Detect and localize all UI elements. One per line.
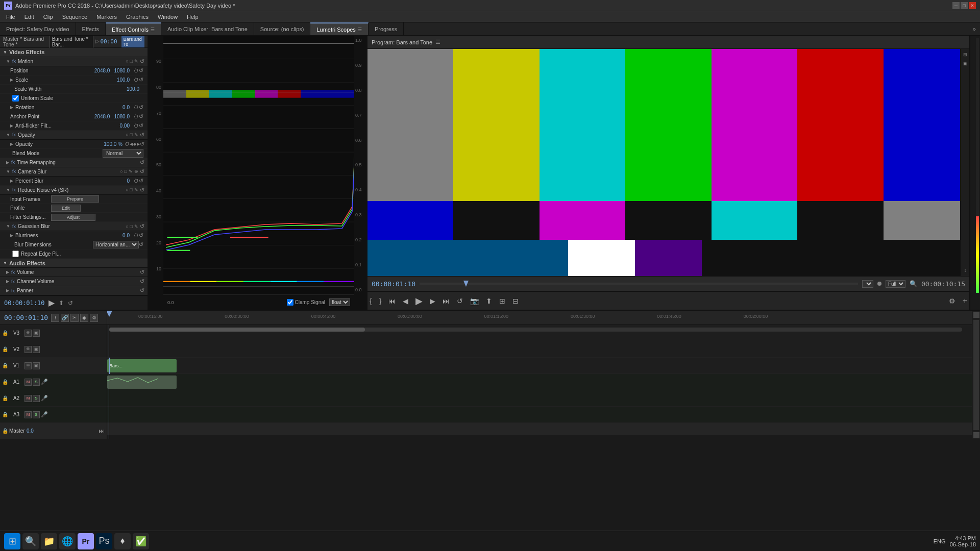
tl-settings-btn[interactable]: ⚙ bbox=[90, 314, 98, 322]
menu-file[interactable]: File bbox=[2, 13, 19, 21]
panels-expand-icon[interactable]: » bbox=[972, 26, 976, 33]
v3-eye-icon[interactable]: 👁 bbox=[24, 330, 32, 337]
video-effects-header[interactable]: ▼ Video Effects bbox=[0, 48, 148, 57]
blurriness-row[interactable]: ▶ Blurriness 0.0 ⏱ ↺ bbox=[0, 231, 148, 240]
position-row[interactable]: Position 2048.0 1080.0 ⏱ ↺ bbox=[0, 66, 148, 76]
anchor-point-value1[interactable]: 2048.0 bbox=[94, 114, 110, 119]
a3-solo[interactable]: S bbox=[33, 411, 40, 418]
menu-graphics[interactable]: Graphics bbox=[122, 13, 153, 21]
percent-blur-stopwatch[interactable]: ⏱ bbox=[134, 178, 139, 184]
v2-footage-icon[interactable]: ▣ bbox=[33, 346, 40, 353]
taskbar-search[interactable]: 🔍 bbox=[22, 533, 39, 549]
pm-step-frame-fwd[interactable]: ▶ bbox=[428, 296, 437, 306]
anti-flicker-stopwatch[interactable]: ⏱ bbox=[134, 123, 139, 129]
menu-edit[interactable]: Edit bbox=[20, 13, 38, 21]
a1-mute[interactable]: M bbox=[24, 379, 32, 386]
opacity-header[interactable]: ▼ fx Opacity ○ □ ✎ ↺ bbox=[0, 131, 148, 140]
position-reset[interactable]: ↺ bbox=[139, 67, 143, 74]
blurriness-value[interactable]: 0.0 bbox=[122, 233, 130, 238]
blur-dimensions-reset[interactable]: ↺ bbox=[139, 241, 143, 248]
position-stopwatch[interactable]: ⏱ bbox=[134, 68, 139, 73]
a3-mute[interactable]: M bbox=[24, 411, 32, 418]
prepare-button[interactable]: Prepare bbox=[51, 195, 99, 203]
audio-effects-header[interactable]: ▼ Audio Effects bbox=[0, 259, 148, 268]
pm-overwrite[interactable]: ⊟ bbox=[510, 296, 521, 306]
v2-lock-icon[interactable]: 🔒 bbox=[2, 346, 8, 352]
motion-reset-icon[interactable]: ↺ bbox=[140, 58, 144, 65]
pm-zoom-icon2[interactable]: 🔍 bbox=[910, 280, 917, 287]
taskbar-start[interactable]: ⊞ bbox=[4, 533, 20, 549]
tab-progress[interactable]: Progress bbox=[369, 22, 404, 35]
opacity-expand[interactable]: ▶ bbox=[10, 142, 13, 146]
tl-link-btn[interactable]: 🔗 bbox=[61, 314, 69, 322]
opacity-value[interactable]: 100.0 % bbox=[104, 141, 122, 147]
blur-dimensions-select[interactable]: Horizontal an... bbox=[93, 241, 139, 248]
blend-mode-select[interactable]: Normal bbox=[103, 149, 143, 158]
gaussian-blur-reset-icon[interactable]: ↺ bbox=[140, 223, 144, 230]
anti-flicker-row[interactable]: ▶ Anti-flicker Filt... 0.00 ⏱ ↺ bbox=[0, 121, 148, 131]
volume-reset-icon[interactable]: ↺ bbox=[140, 269, 144, 276]
bars-tone-clip-a1[interactable] bbox=[107, 375, 177, 389]
pm-mark-in[interactable]: { bbox=[368, 296, 374, 306]
pm-safe-icon[interactable]: ⊞ bbox=[962, 51, 969, 58]
float-select[interactable]: float bbox=[329, 298, 350, 306]
taskbar-extra1[interactable]: ♦ bbox=[114, 533, 131, 549]
channel-volume-header[interactable]: ▶ fx Channel Volume ↺ bbox=[0, 277, 148, 286]
maximize-button[interactable]: □ bbox=[961, 2, 968, 9]
tl-razor-btn[interactable]: ✂ bbox=[70, 314, 79, 322]
blurriness-reset[interactable]: ↺ bbox=[139, 232, 143, 239]
panel-menu-icon[interactable]: ☰ bbox=[151, 27, 155, 32]
percent-blur-row[interactable]: ▶ Percent Blur 0 ⏱ ↺ bbox=[0, 177, 148, 186]
anti-flicker-reset[interactable]: ↺ bbox=[139, 122, 143, 129]
pm-zoom-icon[interactable]: ↕ bbox=[962, 267, 969, 274]
pm-insert[interactable]: ⊞ bbox=[497, 296, 507, 306]
kf-add[interactable]: ◆ bbox=[133, 142, 136, 146]
tab-source[interactable]: Source: (no clips) bbox=[254, 22, 311, 35]
percent-blur-value[interactable]: 0 bbox=[127, 178, 130, 184]
clip-name-label[interactable]: Bars and Tone * Bar... bbox=[50, 36, 93, 48]
position-value2[interactable]: 1080.0 bbox=[114, 68, 130, 73]
tl-markers-btn[interactable]: ◆ bbox=[80, 314, 88, 322]
panner-reset-icon[interactable]: ↺ bbox=[140, 287, 144, 294]
reduce-noise-header[interactable]: ▼ fx Reduce Noise v4 (SR) ○ □ ✎ ↺ bbox=[0, 186, 148, 195]
master-lock-icon[interactable]: 🔒 bbox=[2, 428, 8, 434]
minimize-button[interactable]: ─ bbox=[952, 2, 960, 9]
pm-add[interactable]: + bbox=[961, 295, 969, 307]
menu-sequence[interactable]: Sequence bbox=[58, 13, 92, 21]
pm-export-frame[interactable]: ⬆ bbox=[484, 296, 494, 306]
taskbar-file-explorer[interactable]: 📁 bbox=[41, 533, 57, 549]
blurriness-stopwatch[interactable]: ⏱ bbox=[134, 233, 139, 238]
profile-not-button[interactable]: Edit bbox=[51, 205, 81, 212]
a1-solo[interactable]: S bbox=[33, 379, 40, 386]
bars-tone-clip-v1[interactable]: Bars... bbox=[107, 359, 177, 372]
rotation-value[interactable]: 0.0 bbox=[122, 105, 130, 110]
opacity-reset[interactable]: ↺ bbox=[140, 141, 144, 147]
opacity-stopwatch[interactable]: ⏱ bbox=[125, 141, 130, 147]
close-button[interactable]: ✕ bbox=[969, 2, 976, 9]
tab-lumetri[interactable]: Lumetri Scopes ☰ bbox=[310, 22, 368, 35]
pm-play[interactable]: ▶ bbox=[413, 294, 425, 308]
pm-loop[interactable]: ↺ bbox=[455, 296, 465, 306]
scale-reset[interactable]: ↺ bbox=[139, 77, 143, 83]
master-end-icon[interactable]: ⏭ bbox=[99, 428, 105, 435]
tab-audio-clip-mixer[interactable]: Audio Clip Mixer: Bars and Tone bbox=[161, 22, 254, 35]
a2-mute[interactable]: M bbox=[24, 395, 32, 402]
gaussian-blur-header[interactable]: ▼ fx Gaussian Blur ○ □ ✎ ↺ bbox=[0, 222, 148, 231]
menu-help[interactable]: Help bbox=[183, 13, 203, 21]
pm-scrub-bar[interactable] bbox=[420, 283, 858, 285]
panner-header[interactable]: ▶ fx Panner ↺ bbox=[0, 286, 148, 295]
pm-settings[interactable]: ⚙ bbox=[947, 296, 958, 306]
volume-header[interactable]: ▶ fx Volume ↺ bbox=[0, 268, 148, 277]
tl-scroll-down[interactable] bbox=[973, 432, 979, 438]
scale-width-row[interactable]: Scale Width 100.0 bbox=[0, 85, 148, 94]
repeat-edge-checkbox[interactable] bbox=[12, 251, 19, 257]
rotation-stopwatch[interactable]: ⏱ bbox=[134, 105, 139, 110]
anchor-reset[interactable]: ↺ bbox=[139, 113, 143, 120]
menu-markers[interactable]: Markers bbox=[92, 13, 121, 21]
scale-width-value[interactable]: 100.0 bbox=[127, 86, 139, 92]
lumetri-menu-icon[interactable]: ☰ bbox=[358, 27, 362, 32]
anti-flicker-value[interactable]: 0.00 bbox=[120, 123, 130, 129]
motion-header[interactable]: ▼ fx Motion ○ □ ✎ ↺ bbox=[0, 57, 148, 66]
time-remap-reset[interactable]: ↺ bbox=[140, 159, 144, 166]
v1-eye-icon[interactable]: 👁 bbox=[24, 362, 32, 369]
